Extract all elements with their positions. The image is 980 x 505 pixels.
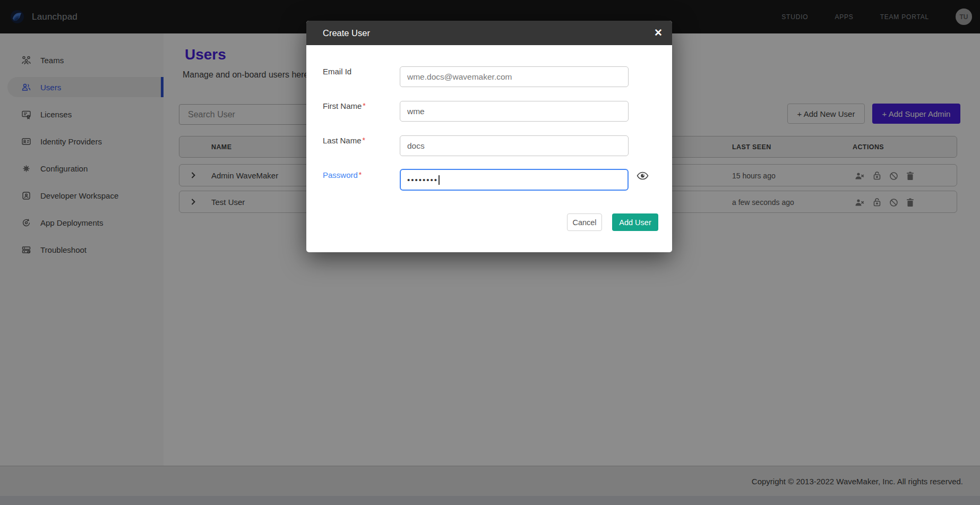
add-user-button[interactable]: Add User xyxy=(612,213,658,231)
last-name-field[interactable] xyxy=(400,135,629,156)
close-icon[interactable]: ✕ xyxy=(654,21,663,45)
password-label: Password* xyxy=(323,170,362,179)
text-caret xyxy=(439,175,440,185)
modal-header: Create User ✕ xyxy=(306,21,672,45)
app-root: Launchpad STUDIO APPS TEAM PORTAL TU Tea… xyxy=(0,0,980,505)
last-name-label: Last Name* xyxy=(323,136,365,145)
email-field[interactable] xyxy=(400,66,629,87)
email-label: Email Id xyxy=(323,67,351,76)
password-masked-value: •••••••• xyxy=(407,175,438,184)
first-name-label: First Name* xyxy=(323,101,366,110)
modal-title: Create User xyxy=(323,21,370,45)
required-marker: * xyxy=(363,136,365,144)
show-password-icon[interactable] xyxy=(637,172,649,180)
required-marker: * xyxy=(363,101,365,110)
password-field[interactable]: •••••••• xyxy=(400,169,629,191)
required-marker: * xyxy=(359,170,362,179)
create-user-modal: Create User ✕ Email Id First Name* Last … xyxy=(306,21,672,252)
first-name-field[interactable] xyxy=(400,101,629,122)
cancel-button[interactable]: Cancel xyxy=(567,213,602,231)
